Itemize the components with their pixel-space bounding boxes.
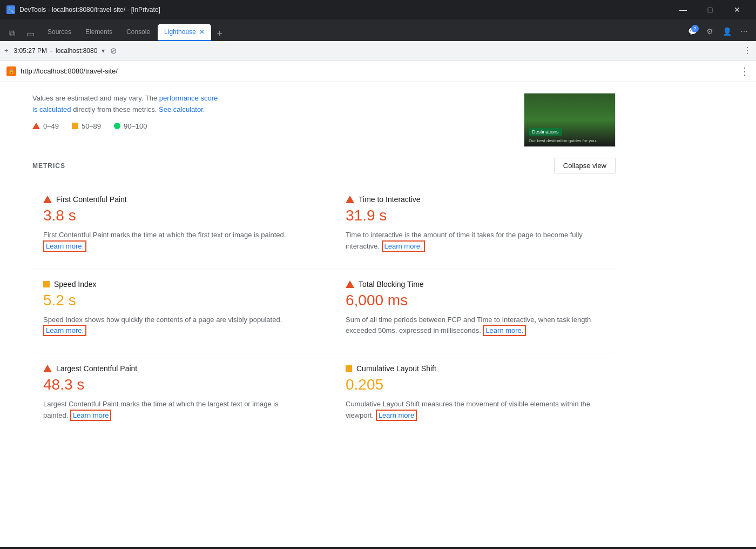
metrics-title: METRICS	[32, 162, 65, 170]
metric-tbt-header: Total Blocking Time	[346, 280, 605, 289]
address-bar: 🔒 http://localhost:8080/travel-site/ ⋮	[0, 61, 756, 82]
metric-tti-header: Time to Interactive	[346, 195, 605, 204]
si-status-icon	[43, 281, 50, 287]
fcp-learn-more-link[interactable]: Learn more.	[43, 240, 86, 252]
legend-fail-range: 0–49	[43, 122, 59, 130]
window-title: DevTools - localhost:8080/travel-site/ -…	[19, 6, 160, 14]
metric-tbt: Total Blocking Time 6,000 ms Sum of all …	[324, 269, 616, 354]
tti-learn-more-link[interactable]: Learn more.	[382, 240, 425, 252]
fcp-status-icon	[43, 196, 52, 203]
tab-bar: ⧉ ▭ Sources Elements Console Lighthouse …	[0, 19, 756, 41]
cls-value: 0.205	[346, 376, 605, 393]
thumbnail-caption: Our best destination guides for you.	[529, 138, 597, 143]
address-more-icon[interactable]: ⋮	[740, 65, 750, 77]
tab-lighthouse[interactable]: Lighthouse ✕	[158, 24, 211, 41]
tti-value: 31.9 s	[346, 207, 605, 224]
more-vertical-icon[interactable]: ⋮	[743, 45, 752, 56]
legend-pass: 90–100	[114, 122, 147, 130]
window-controls: — □ ✕	[671, 0, 750, 19]
tab-sources[interactable]: Sources	[41, 24, 78, 41]
cls-desc: Cumulative Layout Shift measures the mov…	[346, 399, 605, 421]
si-value: 5.2 s	[43, 292, 302, 309]
fcp-desc: First Contentful Paint marks the time at…	[43, 230, 302, 252]
lcp-desc: Largest Contentful Paint marks the time …	[43, 399, 302, 421]
tti-desc: Time to interactive is the amount of tim…	[346, 230, 605, 252]
devtools-toolbar: + 3:05:27 PM - localhost:8080 ▾ ⊘ ⋮	[0, 41, 756, 61]
more-options-icon[interactable]: ⋯	[737, 24, 752, 39]
metric-si: Speed Index 5.2 s Speed Index shows how …	[32, 269, 324, 354]
main-content: Values are estimated and may vary. The p…	[0, 82, 756, 547]
tbt-desc: Sum of all time periods between FCP and …	[346, 314, 605, 337]
see-calculator-link[interactable]: See calculator.	[159, 105, 205, 113]
metric-cls: Cumulative Layout Shift 0.205 Cumulative…	[324, 353, 616, 438]
drawer-toggle-icon[interactable]: ▭	[23, 26, 38, 41]
legend-fail: 0–49	[32, 122, 59, 130]
score-legend: 0–49 50–89 90–100	[32, 122, 218, 130]
lighthouse-tab-close[interactable]: ✕	[199, 28, 205, 36]
cls-name: Cumulative Layout Shift	[356, 364, 436, 373]
metrics-grid: First Contentful Paint 3.8 s First Conte…	[32, 184, 616, 438]
lcp-learn-more-link[interactable]: Learn more	[70, 410, 111, 421]
title-bar: 🔧 DevTools - localhost:8080/travel-site/…	[0, 0, 756, 19]
sidebar-toggle-icon[interactable]: ⧉	[4, 26, 19, 41]
tti-name: Time to Interactive	[359, 195, 421, 204]
app-icon: 🔧	[6, 5, 15, 14]
metric-fcp: First Contentful Paint 3.8 s First Conte…	[32, 184, 324, 269]
tab-console[interactable]: Console	[120, 24, 157, 41]
close-button[interactable]: ✕	[725, 0, 750, 19]
notifications-icon[interactable]: 💬 7	[685, 24, 700, 39]
dropdown-arrow[interactable]: ▾	[102, 47, 105, 55]
notification-badge: 7	[691, 25, 699, 32]
metric-cls-header: Cumulative Layout Shift	[346, 364, 605, 373]
lcp-value: 48.3 s	[43, 376, 302, 393]
toolbar-url: -	[50, 47, 52, 55]
tbt-learn-more-link[interactable]: Learn more.	[483, 325, 526, 336]
devtools-extra-icons: ⋮	[743, 45, 752, 56]
site-thumbnail: Destinations Our best destination guides…	[524, 93, 616, 147]
timestamp: 3:05:27 PM	[14, 47, 47, 55]
metric-fcp-header: First Contentful Paint	[43, 195, 302, 204]
maximize-button[interactable]: □	[698, 0, 723, 19]
top-section: Values are estimated and may vary. The p…	[32, 93, 616, 147]
si-desc: Speed Index shows how quickly the conten…	[43, 314, 302, 337]
stop-icon[interactable]: ⊘	[110, 46, 117, 56]
tti-status-icon	[346, 196, 354, 203]
tbt-name: Total Blocking Time	[359, 280, 424, 289]
page-favicon: 🔒	[6, 66, 16, 76]
si-learn-more-link[interactable]: Learn more.	[43, 325, 86, 336]
pass-circle-icon	[114, 123, 120, 129]
tab-elements[interactable]: Elements	[79, 24, 119, 41]
legend-pass-range: 90–100	[124, 122, 147, 130]
performance-score-link[interactable]: performance score	[159, 94, 218, 102]
fcp-name: First Contentful Paint	[56, 195, 127, 204]
values-note: Values are estimated and may vary. The p…	[32, 93, 218, 116]
metric-lcp: Largest Contentful Paint 48.3 s Largest …	[32, 353, 324, 438]
lcp-name: Largest Contentful Paint	[56, 364, 137, 373]
thumbnail-label: Destinations	[529, 128, 562, 136]
cls-learn-more-link[interactable]: Learn more	[376, 410, 417, 421]
settings-icon[interactable]: ⚙	[702, 24, 717, 39]
thumbnail-image: Destinations Our best destination guides…	[524, 93, 615, 146]
average-square-icon	[72, 123, 78, 129]
fail-triangle-icon	[32, 123, 40, 129]
toolbar-host: localhost:8080	[56, 47, 97, 55]
minimize-button[interactable]: —	[671, 0, 696, 19]
metric-lcp-header: Largest Contentful Paint	[43, 364, 302, 373]
tbt-status-icon	[346, 280, 354, 288]
address-url[interactable]: http://localhost:8080/travel-site/	[21, 67, 735, 75]
lcp-status-icon	[43, 365, 52, 372]
tbt-value: 6,000 ms	[346, 292, 605, 309]
account-icon[interactable]: 👤	[719, 24, 734, 39]
metric-tti: Time to Interactive 31.9 s Time to inter…	[324, 184, 616, 269]
legend-average: 50–89	[72, 122, 101, 130]
collapse-view-button[interactable]: Collapse view	[554, 158, 616, 173]
new-tab-button[interactable]: +	[212, 26, 227, 41]
add-icon[interactable]: +	[4, 46, 9, 55]
fcp-value: 3.8 s	[43, 207, 302, 224]
is-calculated-link[interactable]: is calculated	[32, 105, 71, 113]
cls-status-icon	[346, 365, 352, 372]
si-name: Speed Index	[54, 280, 97, 289]
metric-si-header: Speed Index	[43, 280, 302, 289]
legend-average-range: 50–89	[82, 122, 101, 130]
metrics-header: METRICS Collapse view	[32, 158, 616, 173]
